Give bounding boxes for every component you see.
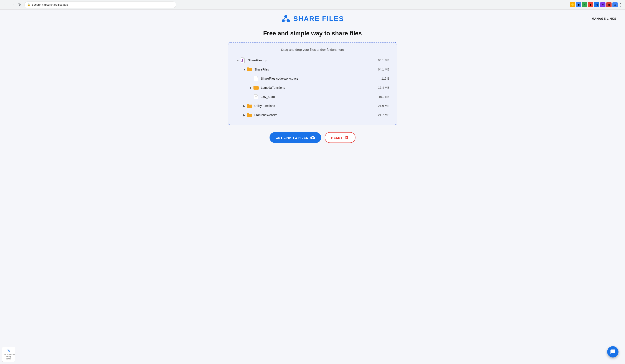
back-button[interactable]: ←: [2, 2, 9, 8]
reload-button[interactable]: ↻: [16, 2, 23, 8]
url-text: https://sharefiles.app: [42, 3, 68, 6]
tree-row[interactable]: ▾ ZIP ShareFiles.zip64.1 MB: [235, 56, 390, 65]
chat-button[interactable]: [607, 346, 619, 358]
svg-rect-9: [242, 60, 243, 61]
hero-title: Free and simple way to share files: [228, 30, 397, 37]
upload-icon: [310, 135, 315, 140]
folder-icon: [253, 85, 259, 91]
tree-row[interactable]: ▶ UtilityFunctions24.9 MB: [235, 101, 390, 110]
more-menu[interactable]: ⋮: [619, 2, 623, 7]
file-name: UtilityFunctions: [254, 104, 378, 108]
file-size: 64.1 MB: [378, 68, 389, 71]
toggle-icon[interactable]: ▾: [242, 67, 247, 72]
file-size: 115 B: [381, 77, 389, 80]
svg-text:ZIP: ZIP: [241, 61, 243, 62]
ext-1: ⭐: [570, 2, 575, 7]
ext-8: G: [612, 2, 618, 7]
manage-links-link[interactable]: MANAGE LINKS: [592, 17, 616, 20]
forward-button[interactable]: →: [9, 2, 16, 8]
file-size: 21.7 MB: [378, 113, 389, 117]
ext-2: ◉: [576, 2, 581, 7]
zip-icon: ZIP: [240, 57, 246, 63]
reset-button[interactable]: RESET: [325, 132, 356, 143]
file-name: ShareFiles: [254, 68, 378, 71]
toggle-placeholder: [249, 76, 253, 81]
doc-icon: [253, 75, 259, 82]
page: SHARE FILES MANAGE LINKS Free and simple…: [0, 9, 625, 364]
header: SHARE FILES MANAGE LINKS: [0, 9, 625, 26]
reset-label: RESET: [331, 136, 343, 140]
toggle-icon[interactable]: ▾: [236, 58, 240, 62]
secure-icon: 🔒: [27, 3, 30, 6]
chat-icon: [610, 349, 616, 355]
folder-icon: [247, 66, 252, 72]
ext-4: ▶: [588, 2, 593, 7]
tree-row: ShareFiles.code-workspace115 B: [235, 74, 390, 83]
tree-row[interactable]: ▾ ShareFiles64.1 MB: [235, 65, 390, 74]
recaptcha-text: reCAPTCHAPrivacy - Terms: [4, 353, 13, 360]
folder-icon: [247, 103, 252, 109]
recaptcha-badge: ↻ reCAPTCHAPrivacy - Terms: [2, 347, 15, 362]
file-name: FrontendWebsite: [254, 113, 378, 117]
drop-zone[interactable]: Drag and drop your files and/or folders …: [228, 42, 397, 125]
logo-icon: [281, 14, 291, 23]
file-name: ShareFiles.code-workspace: [261, 77, 381, 80]
get-link-label: GET LINK TO FILES: [276, 136, 308, 140]
file-name: ShareFiles.zip: [248, 59, 378, 62]
ext-6: V: [600, 2, 605, 7]
ext-5: H: [594, 2, 599, 7]
file-name: .DS_Store: [261, 95, 378, 98]
actions: GET LINK TO FILES RESET: [228, 132, 397, 143]
tree-row[interactable]: ▶ FrontendWebsite21.7 MB: [235, 110, 390, 120]
file-size: 10.2 KB: [378, 95, 389, 98]
doc-icon: [253, 94, 259, 100]
folder-icon: [247, 112, 252, 118]
address-bar[interactable]: 🔒 Secure https://sharefiles.app: [24, 1, 176, 8]
toggle-icon[interactable]: ▶: [242, 113, 247, 117]
tree-row: .DS_Store10.2 KB: [235, 92, 390, 101]
recaptcha-icon: ↻: [4, 349, 13, 353]
file-tree: ▾ ZIP ShareFiles.zip64.1 MB▾ ShareFiles6…: [235, 56, 390, 120]
toggle-icon[interactable]: ▶: [242, 104, 247, 108]
secure-label: Secure: [32, 3, 41, 6]
svg-rect-8: [242, 59, 243, 60]
logo: SHARE FILES: [281, 14, 344, 23]
ext-3: ✔: [582, 2, 587, 7]
main-content: Free and simple way to share files Drag …: [223, 26, 402, 147]
file-size: 17.4 MB: [378, 86, 389, 89]
toggle-icon[interactable]: ▶: [249, 86, 253, 90]
browser-chrome: ← → ↻ 🔒 Secure https://sharefiles.app ⭐ …: [0, 0, 625, 9]
toggle-placeholder: [249, 94, 253, 99]
browser-extensions: ⭐ ◉ ✔ ▶ H V R G ⋮: [570, 2, 623, 7]
file-name: LambdaFunctions: [261, 86, 378, 89]
file-size: 24.9 MB: [378, 104, 389, 108]
drop-zone-hint: Drag and drop your files and/or folders …: [235, 48, 390, 51]
tree-row[interactable]: ▶ LambdaFunctions17.4 MB: [235, 83, 390, 92]
logo-text: SHARE FILES: [293, 15, 344, 23]
get-link-button[interactable]: GET LINK TO FILES: [270, 132, 321, 143]
trash-icon: [345, 135, 349, 140]
browser-nav: ← → ↻: [2, 2, 23, 8]
ext-7: R: [606, 2, 612, 7]
file-size: 64.1 MB: [378, 59, 389, 62]
